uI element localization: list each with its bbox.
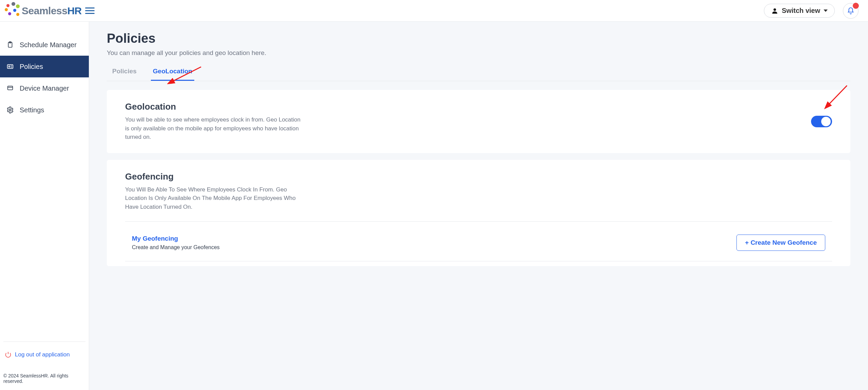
sidebar-item-label: Policies bbox=[20, 63, 43, 71]
clipboard-icon bbox=[6, 41, 14, 49]
card-title: Geolocation bbox=[125, 101, 301, 112]
sidebar-item-label: Device Manager bbox=[20, 85, 69, 92]
sidebar-divider bbox=[3, 341, 85, 342]
logo-icon bbox=[5, 3, 20, 18]
sidebar-nav: Schedule Manager Policies Device Manager… bbox=[0, 34, 89, 121]
sidebar-item-schedule-manager[interactable]: Schedule Manager bbox=[0, 34, 89, 56]
logo-text: SeamlessHR bbox=[22, 5, 82, 17]
my-geofencing-row: My Geofencing Create and Manage your Geo… bbox=[125, 222, 832, 261]
caret-down-icon bbox=[824, 10, 828, 12]
brand-area: SeamlessHR bbox=[5, 3, 95, 18]
geofencing-card: Geofencing You Will Be Able To See Where… bbox=[107, 160, 850, 266]
sidebar-item-device-manager[interactable]: Device Manager bbox=[0, 77, 89, 99]
switch-view-label: Switch view bbox=[782, 7, 820, 15]
svg-line-11 bbox=[828, 86, 847, 105]
logout-label: Log out of application bbox=[15, 351, 70, 358]
svg-point-9 bbox=[9, 109, 11, 111]
svg-rect-7 bbox=[8, 86, 13, 90]
topbar: SeamlessHR Switch view bbox=[0, 0, 868, 22]
logo-text-hr: HR bbox=[67, 5, 81, 16]
topbar-right: Switch view bbox=[764, 3, 859, 19]
notifications-button[interactable] bbox=[843, 3, 859, 19]
gear-icon bbox=[6, 106, 14, 114]
sidebar-item-policies[interactable]: Policies bbox=[0, 56, 89, 77]
my-geofencing-description: Create and Manage your Geofences bbox=[132, 244, 220, 250]
tab-geolocation[interactable]: GeoLocation bbox=[151, 64, 194, 81]
shell: Schedule Manager Policies Device Manager… bbox=[0, 22, 868, 390]
card-description: You will be able to see where employees … bbox=[125, 115, 301, 142]
my-geofencing-title: My Geofencing bbox=[132, 235, 220, 242]
svg-point-4 bbox=[8, 66, 10, 67]
switch-view-button[interactable]: Switch view bbox=[764, 4, 835, 18]
create-geofence-button[interactable]: + Create New Geofence bbox=[736, 235, 825, 251]
annotation-arrow-toggle bbox=[823, 84, 850, 111]
power-icon bbox=[5, 351, 12, 358]
page-title: Policies bbox=[107, 31, 850, 46]
main: Policies You can manage all your policie… bbox=[89, 22, 868, 390]
id-card-icon bbox=[6, 62, 14, 71]
sidebar-item-label: Settings bbox=[20, 106, 44, 114]
menu-toggle-icon[interactable] bbox=[85, 6, 95, 16]
sidebar: Schedule Manager Policies Device Manager… bbox=[0, 22, 89, 390]
person-icon bbox=[771, 7, 778, 15]
card-description: You Will Be Able To See Where Employees … bbox=[125, 185, 301, 211]
sidebar-bottom: Log out of application © 2024 SeamlessHR… bbox=[0, 341, 89, 390]
copyright: © 2024 SeamlessHR. All rights reserved. bbox=[3, 373, 85, 384]
geolocation-text: Geolocation You will be able to see wher… bbox=[125, 101, 301, 142]
logo-text-seamless: Seamless bbox=[22, 5, 67, 16]
tab-policies[interactable]: Policies bbox=[110, 64, 139, 81]
sidebar-item-label: Schedule Manager bbox=[20, 41, 77, 49]
card-title: Geofencing bbox=[125, 171, 832, 182]
sidebar-item-settings[interactable]: Settings bbox=[0, 99, 89, 121]
bell-icon bbox=[847, 7, 854, 15]
logout-link[interactable]: Log out of application bbox=[3, 351, 85, 358]
my-geofencing-text: My Geofencing Create and Manage your Geo… bbox=[132, 235, 220, 250]
svg-point-0 bbox=[773, 8, 776, 11]
device-icon bbox=[6, 84, 14, 92]
page-subtitle: You can manage all your policies and geo… bbox=[107, 49, 850, 57]
geolocation-card: Geolocation You will be able to see wher… bbox=[107, 90, 850, 153]
tabs: Policies GeoLocation bbox=[107, 64, 850, 81]
geolocation-toggle[interactable] bbox=[811, 116, 832, 127]
